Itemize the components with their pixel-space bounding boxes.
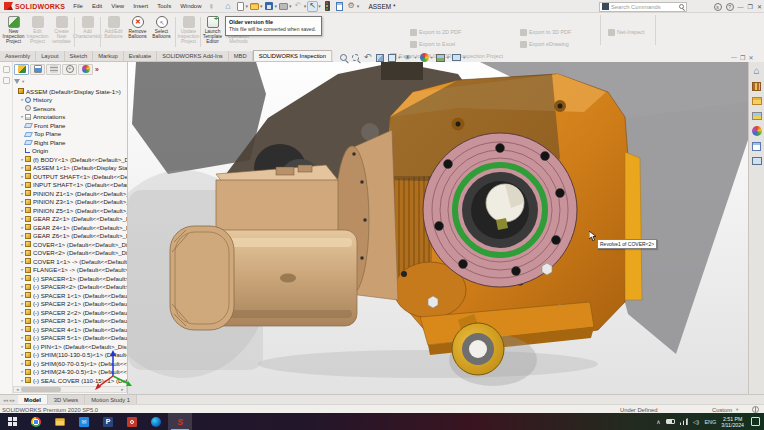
cover2-selected-face[interactable] xyxy=(423,133,577,287)
solidworks-resources-icon[interactable]: ⌂ xyxy=(751,65,763,77)
menu-view[interactable]: View xyxy=(107,1,128,11)
tree-item[interactable]: ▸COVER<2> (Default<<Default>_Display Sta… xyxy=(13,249,127,258)
panel-collapse-icon[interactable] xyxy=(3,77,10,84)
save-icon[interactable] xyxy=(264,1,275,12)
select-icon[interactable]: ↖ xyxy=(307,1,318,12)
edit-appearance-caret-icon[interactable]: ▾ xyxy=(431,55,433,60)
tree-item[interactable]: ▸GEAR Z4<1> (Default<<Default>_Display S… xyxy=(13,223,127,232)
tab-solidworks-add-ins[interactable]: SOLIDWORKS Add-Ins xyxy=(157,51,229,61)
tree-item[interactable]: ▸History xyxy=(13,96,127,105)
new-document-caret-icon[interactable]: ▾ xyxy=(246,3,249,9)
tree-item[interactable]: ▸(f) BODY<1> (Default<<Default>_Display … xyxy=(13,155,127,164)
appearances-scenes-icon[interactable] xyxy=(751,125,763,137)
new-inspection-project-button[interactable]: NewInspectionProject xyxy=(2,15,25,49)
tree-item[interactable]: Origin xyxy=(13,147,127,156)
doc-tab-model[interactable]: Model xyxy=(18,395,48,404)
tree-item[interactable]: ▸OUTPUT SHAFT<1> (Default<<Default>_Disp… xyxy=(13,172,127,181)
doc-tab-motion-study-1[interactable]: Motion Study 1 xyxy=(85,395,137,404)
view-settings-icon[interactable] xyxy=(451,52,462,63)
taskbar-powerpoint-app[interactable] xyxy=(120,413,144,430)
tree-item[interactable]: Sensors xyxy=(13,104,127,113)
print-caret-icon[interactable]: ▾ xyxy=(289,3,292,9)
remove-balloons-button[interactable]: RemoveBalloons xyxy=(126,15,149,49)
close-button[interactable]: ✕ xyxy=(757,3,762,10)
search-icon[interactable] xyxy=(679,4,684,9)
network-icon[interactable] xyxy=(680,418,688,425)
previous-view-icon[interactable]: ↶ xyxy=(362,52,373,63)
doc-close-icon[interactable]: ✕ xyxy=(748,54,753,61)
volume-icon[interactable]: ◁) xyxy=(693,418,700,425)
tab-assembly[interactable]: Assembly xyxy=(0,51,36,61)
hide-show-items-icon[interactable]: 👁 xyxy=(402,52,413,63)
restore-button[interactable]: ❐ xyxy=(748,3,753,10)
options-caret-icon[interactable]: ▾ xyxy=(357,3,360,9)
user-icon[interactable]: s xyxy=(714,3,722,11)
graphics-viewport[interactable] xyxy=(128,62,748,394)
tab-nav-next-icon[interactable]: ▸ xyxy=(13,397,16,403)
view-palette-icon[interactable] xyxy=(751,110,763,122)
solidworks-forum-icon[interactable] xyxy=(751,155,763,167)
menu-insert[interactable]: Insert xyxy=(129,1,152,11)
menu-edit[interactable]: Edit xyxy=(88,1,106,11)
battery-icon[interactable] xyxy=(666,419,675,424)
doc-restore-icon[interactable]: ❐ xyxy=(740,54,745,61)
open-caret-icon[interactable]: ▾ xyxy=(260,3,263,9)
unit-system-selector[interactable]: Custom ▾ xyxy=(712,407,738,413)
tree-item[interactable]: ▸(-) SPACER 1<1> (Default<<Default>_Disp… xyxy=(13,291,127,300)
tab-layout[interactable]: Layout xyxy=(36,51,64,61)
taskbar-publisher-app[interactable]: P xyxy=(96,413,120,430)
options-icon[interactable]: ⚙ xyxy=(346,1,357,12)
launch-template-editor-button[interactable]: LaunchTemplateEditor xyxy=(201,15,224,49)
apply-scene-caret-icon[interactable]: ▾ xyxy=(447,55,449,60)
pin-icon[interactable]: ✎ xyxy=(207,2,215,11)
tree-item[interactable]: ▸INPUT SHAFT<1> (Default<<Default>_Displ… xyxy=(13,181,127,190)
display-style-caret-icon[interactable]: ▾ xyxy=(398,55,400,60)
taskbar-start-button[interactable] xyxy=(0,413,24,430)
tree-item[interactable]: Right Plane xyxy=(13,138,127,147)
tab-sketch[interactable]: Sketch xyxy=(65,51,94,61)
tree-item[interactable]: ▸PINION Z3<1> (Default<<Default>_Display… xyxy=(13,198,127,207)
hidden-icons-chevron[interactable]: ∧ xyxy=(656,418,660,425)
undo-icon[interactable]: ↶ xyxy=(293,1,304,12)
tab-evaluate[interactable]: Evaluate xyxy=(124,51,158,61)
edit-appearance-icon[interactable] xyxy=(419,52,430,63)
taskbar-edge-app[interactable] xyxy=(144,413,168,430)
hide-show-items-caret-icon[interactable]: ▾ xyxy=(414,55,416,60)
tree-item[interactable]: ▸ASSEM 1<1> (Default<Display State-1>) xyxy=(13,164,127,173)
scroll-left-icon[interactable]: ◂ xyxy=(14,387,21,392)
taskbar-chrome-app[interactable] xyxy=(24,413,48,430)
3dexperience-icon[interactable] xyxy=(752,406,759,413)
minimize-button[interactable]: — xyxy=(738,4,744,10)
tree-item[interactable]: Top Plane xyxy=(13,130,127,139)
tree-item[interactable]: ▸(-) SPACER<1> (Default<<Default>_Displa… xyxy=(13,274,127,283)
tab-markup[interactable]: Markup xyxy=(93,51,123,61)
section-view-icon[interactable] xyxy=(374,52,385,63)
panel-tab-featuremanager[interactable] xyxy=(14,64,29,75)
menu-tools[interactable]: Tools xyxy=(153,1,175,11)
tree-item[interactable]: ▸(-) SPACER 2<1> (Default<<Default>_Disp… xyxy=(13,300,127,309)
menu-window[interactable]: Window xyxy=(176,1,205,11)
panel-tab-displaymanager[interactable] xyxy=(78,64,93,75)
tab-solidworks-inspection[interactable]: SOLIDWORKS Inspection xyxy=(253,50,332,61)
tree-item[interactable]: ▸GEAR Z2<1> (Default<<Default>_Display S… xyxy=(13,215,127,224)
tree-item[interactable]: ▸COVER<1> (Default<<Default>_Display Sta… xyxy=(13,240,127,249)
tree-item[interactable]: Front Plane xyxy=(13,121,127,130)
scroll-thumb[interactable] xyxy=(21,387,61,392)
taskbar-solidworks-app[interactable]: S xyxy=(168,413,192,430)
help-icon[interactable]: ? xyxy=(726,3,734,11)
taskbar-file-explorer-app[interactable] xyxy=(48,413,72,430)
panel-tab-propertymanager[interactable] xyxy=(30,64,45,75)
tree-item[interactable]: ▸FLANGE<1> -> (Default<<Default>_Display… xyxy=(13,266,127,275)
tab-nav-prev-icon[interactable]: ◂ xyxy=(9,397,12,403)
tree-item[interactable]: ▸(-) SPACER 4<1> (Default<<Default>_Disp… xyxy=(13,325,127,334)
home-icon[interactable]: ⌂ xyxy=(223,1,234,12)
tab-mbd[interactable]: MBD xyxy=(229,51,253,61)
tree-item[interactable]: ▸(-) SPACER 5<1> (Default<<Default>_Disp… xyxy=(13,334,127,343)
tree-item[interactable]: ▸GEAR Z6<1> (Default<<Default>_Display S… xyxy=(13,232,127,241)
tree-item[interactable]: ▸PINION Z5<1> (Default<<Default>_Display… xyxy=(13,206,127,215)
open-icon[interactable] xyxy=(249,1,260,12)
action-center-icon[interactable] xyxy=(751,417,760,426)
tab-nav-first-icon[interactable]: ◂◂ xyxy=(3,397,8,403)
tree-item[interactable]: ▸(-) SPACER 2<2> (Default<<Default>_Disp… xyxy=(13,308,127,317)
file-explorer-icon[interactable] xyxy=(751,95,763,107)
